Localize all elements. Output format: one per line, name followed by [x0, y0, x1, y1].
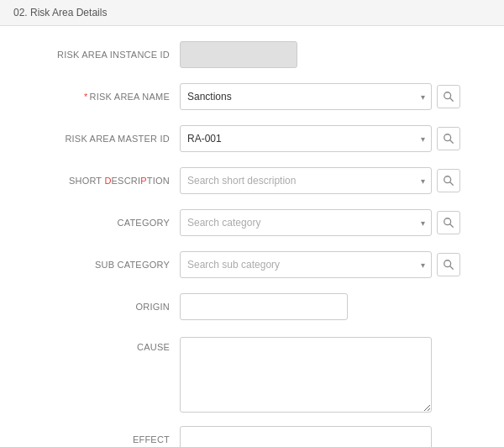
svg-line-3	[450, 140, 454, 144]
input-instance-id[interactable]	[180, 41, 297, 68]
field-wrapper-sub-category: Search sub category ▾	[180, 251, 484, 278]
select-wrapper-master-id: RA-001 RA-002 ▾	[180, 125, 432, 152]
select-wrapper-risk-area-name: Sanctions Other ▾	[180, 83, 432, 110]
field-row-category: CATEGORY Search category ▾	[20, 208, 484, 238]
search-button-sub-category[interactable]	[437, 253, 460, 276]
select-wrapper-sub-category: Search sub category ▾	[180, 251, 432, 278]
field-row-origin: ORIGIN	[20, 292, 484, 322]
field-row-effect: EFFECT	[20, 424, 484, 447]
label-instance-id: RISK AREA INSTANCE ID	[20, 50, 180, 60]
label-cause: CAUSE	[20, 337, 180, 352]
select-sub-category[interactable]: Search sub category	[180, 251, 432, 278]
svg-line-7	[450, 224, 454, 228]
search-button-category[interactable]	[437, 211, 460, 234]
svg-line-5	[450, 182, 454, 186]
search-icon	[443, 217, 454, 229]
search-button-short-description[interactable]	[437, 169, 460, 192]
label-effect: EFFECT	[20, 434, 180, 444]
input-origin[interactable]	[180, 293, 348, 320]
field-row-risk-area-name: *RISK AREA NAME Sanctions Other ▾	[20, 82, 484, 112]
select-wrapper-short-description: Search short description ▾	[180, 167, 432, 194]
select-risk-area-name[interactable]: Sanctions Other	[180, 83, 432, 110]
field-row-master-id: RISK AREA MASTER ID RA-001 RA-002 ▾	[20, 124, 484, 154]
label-origin: ORIGIN	[20, 302, 180, 312]
input-effect[interactable]	[180, 426, 432, 447]
page-title: 02. Risk Area Details	[13, 7, 107, 18]
page-header: 02. Risk Area Details	[0, 0, 504, 26]
select-master-id[interactable]: RA-001 RA-002	[180, 125, 432, 152]
field-wrapper-origin	[180, 293, 484, 320]
search-icon	[443, 259, 454, 271]
textarea-cause[interactable]	[180, 337, 432, 413]
select-category[interactable]: Search category	[180, 209, 432, 236]
field-wrapper-effect	[180, 426, 484, 447]
label-risk-area-name: *RISK AREA NAME	[20, 92, 180, 102]
svg-line-9	[450, 266, 454, 270]
select-short-description[interactable]: Search short description	[180, 167, 432, 194]
field-row-short-description: SHORT DESCRIPTION Search short descripti…	[20, 166, 484, 196]
field-wrapper-category: Search category ▾	[180, 209, 484, 236]
field-wrapper-instance-id	[180, 41, 484, 68]
search-button-risk-area-name[interactable]	[437, 85, 460, 108]
field-row-instance-id: RISK AREA INSTANCE ID	[20, 39, 484, 70]
label-sub-category: SUB CATEGORY	[20, 260, 180, 270]
required-marker: *	[84, 92, 88, 102]
label-category: CATEGORY	[20, 218, 180, 228]
search-icon	[443, 175, 454, 187]
field-wrapper-cause	[180, 337, 484, 413]
label-short-description: SHORT DESCRIPTION	[20, 176, 180, 186]
field-wrapper-short-description: Search short description ▾	[180, 167, 484, 194]
field-wrapper-master-id: RA-001 RA-002 ▾	[180, 125, 484, 152]
field-row-cause: CAUSE	[20, 334, 484, 413]
svg-line-1	[450, 98, 454, 102]
search-button-master-id[interactable]	[437, 127, 460, 150]
label-master-id: RISK AREA MASTER ID	[20, 134, 180, 144]
select-wrapper-category: Search category ▾	[180, 209, 432, 236]
search-icon	[443, 91, 454, 103]
field-row-sub-category: SUB CATEGORY Search sub category ▾	[20, 250, 484, 280]
search-icon	[443, 133, 454, 145]
field-wrapper-risk-area-name: Sanctions Other ▾	[180, 83, 484, 110]
